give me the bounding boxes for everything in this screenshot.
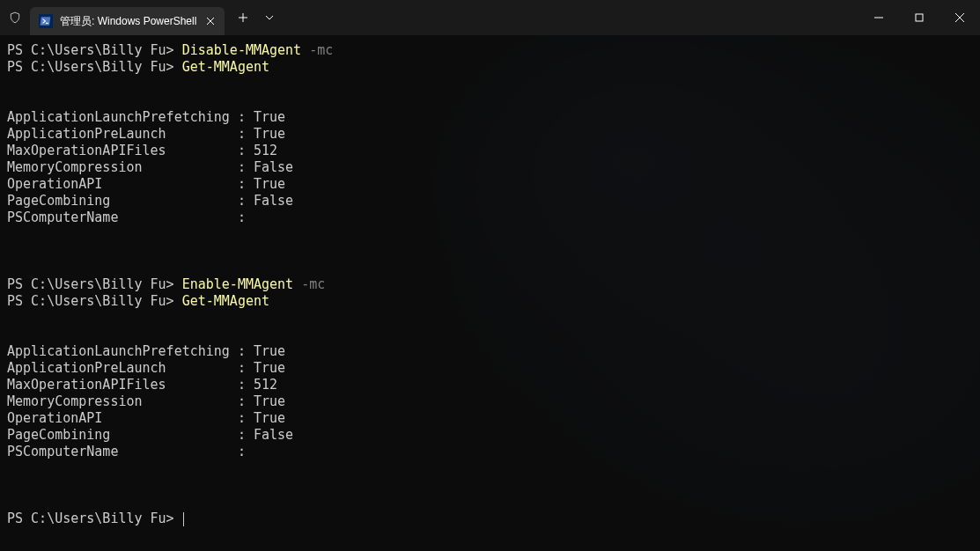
output-row: PageCombining : False bbox=[7, 193, 973, 209]
titlebar: 管理员: Windows PowerShell bbox=[0, 0, 980, 35]
tab-dropdown-button[interactable] bbox=[256, 4, 283, 31]
output-key: ApplicationPreLaunch bbox=[7, 360, 238, 376]
output-value: True bbox=[254, 410, 285, 426]
cursor bbox=[183, 512, 184, 526]
output-key: PageCombining bbox=[7, 427, 238, 443]
output-row: MemoryCompression : True bbox=[7, 393, 973, 410]
output-row: PSComputerName : bbox=[7, 444, 973, 460]
command: Get-MMAgent bbox=[182, 293, 269, 309]
blank-line bbox=[7, 460, 973, 477]
command-line: PS C:\Users\Billy Fu> Disable-MMAgent -m… bbox=[7, 42, 973, 59]
output-value: False bbox=[254, 427, 293, 443]
output-value: True bbox=[254, 126, 285, 142]
prompt: PS C:\Users\Billy Fu> bbox=[7, 511, 174, 526]
prompt: PS C:\Users\Billy Fu> bbox=[7, 59, 174, 75]
tab-close-button[interactable] bbox=[203, 14, 217, 28]
output-row: PageCombining : False bbox=[7, 427, 973, 444]
output-key: PageCombining bbox=[7, 193, 238, 209]
tab-actions bbox=[230, 4, 283, 31]
blank-line bbox=[7, 92, 973, 109]
prompt: PS C:\Users\Billy Fu> bbox=[7, 42, 174, 58]
command-line: PS C:\Users\Billy Fu> Get-MMAgent bbox=[7, 59, 973, 76]
close-button[interactable] bbox=[939, 0, 980, 35]
tab-title: 管理员: Windows PowerShell bbox=[60, 14, 196, 29]
output-key: PSComputerName bbox=[7, 444, 238, 459]
output-key: MaxOperationAPIFiles bbox=[7, 143, 238, 158]
output-value: 512 bbox=[254, 377, 277, 393]
prompt: PS C:\Users\Billy Fu> bbox=[7, 276, 174, 292]
output-key: ApplicationLaunchPrefetching bbox=[7, 109, 238, 125]
command: Disable-MMAgent bbox=[182, 42, 301, 58]
output-key: PSComputerName bbox=[7, 209, 238, 225]
output-value: 512 bbox=[254, 143, 277, 158]
output-block: ApplicationLaunchPrefetching : TrueAppli… bbox=[7, 109, 973, 226]
output-value: True bbox=[254, 393, 285, 409]
output-value: True bbox=[254, 343, 285, 359]
output-row: ApplicationPreLaunch : True bbox=[7, 126, 973, 143]
output-row: OperationAPI : True bbox=[7, 176, 973, 193]
argument: -mc bbox=[309, 42, 333, 58]
command-line: PS C:\Users\Billy Fu> Get-MMAgent bbox=[7, 293, 973, 310]
argument: -mc bbox=[301, 276, 325, 292]
tab-powershell[interactable]: 管理员: Windows PowerShell bbox=[30, 7, 225, 35]
window-controls bbox=[858, 0, 980, 35]
output-value: True bbox=[254, 176, 285, 192]
command-line: PS C:\Users\Billy Fu> Enable-MMAgent -mc bbox=[7, 276, 973, 293]
output-row: MaxOperationAPIFiles : 512 bbox=[7, 377, 973, 393]
new-tab-button[interactable] bbox=[230, 4, 256, 31]
output-key: MemoryCompression bbox=[7, 393, 238, 409]
prompt: PS C:\Users\Billy Fu> bbox=[7, 293, 174, 309]
output-key: ApplicationPreLaunch bbox=[7, 126, 238, 142]
blank-line bbox=[7, 327, 973, 343]
output-value: False bbox=[254, 159, 293, 175]
output-block: ApplicationLaunchPrefetching : TrueAppli… bbox=[7, 343, 973, 460]
blank-line bbox=[7, 310, 973, 327]
prompt-line: PS C:\Users\Billy Fu> bbox=[7, 511, 973, 527]
output-row: OperationAPI : True bbox=[7, 410, 973, 427]
command: Enable-MMAgent bbox=[182, 276, 293, 292]
output-row: ApplicationPreLaunch : True bbox=[7, 360, 973, 377]
output-value: False bbox=[254, 193, 293, 209]
output-key: OperationAPI bbox=[7, 176, 238, 192]
terminal-content[interactable]: PS C:\Users\Billy Fu> Disable-MMAgent -m… bbox=[0, 35, 980, 534]
output-value: True bbox=[254, 360, 285, 376]
output-key: MemoryCompression bbox=[7, 159, 238, 175]
powershell-icon bbox=[39, 14, 53, 28]
blank-line bbox=[7, 494, 973, 511]
output-row: ApplicationLaunchPrefetching : True bbox=[7, 109, 973, 126]
command: Get-MMAgent bbox=[182, 59, 269, 75]
blank-line bbox=[7, 76, 973, 92]
output-key: MaxOperationAPIFiles bbox=[7, 377, 238, 393]
output-row: PSComputerName : bbox=[7, 209, 973, 226]
admin-shield-icon bbox=[0, 11, 30, 24]
output-key: OperationAPI bbox=[7, 410, 238, 426]
output-row: MaxOperationAPIFiles : 512 bbox=[7, 143, 973, 159]
blank-line bbox=[7, 243, 973, 260]
output-value: True bbox=[254, 109, 285, 125]
output-row: ApplicationLaunchPrefetching : True bbox=[7, 343, 973, 360]
blank-line bbox=[7, 226, 973, 243]
blank-line bbox=[7, 477, 973, 494]
maximize-button[interactable] bbox=[899, 0, 939, 35]
svg-rect-5 bbox=[916, 14, 923, 21]
blank-line bbox=[7, 260, 973, 276]
output-row: MemoryCompression : False bbox=[7, 159, 973, 176]
output-key: ApplicationLaunchPrefetching bbox=[7, 343, 238, 359]
minimize-button[interactable] bbox=[858, 0, 899, 35]
